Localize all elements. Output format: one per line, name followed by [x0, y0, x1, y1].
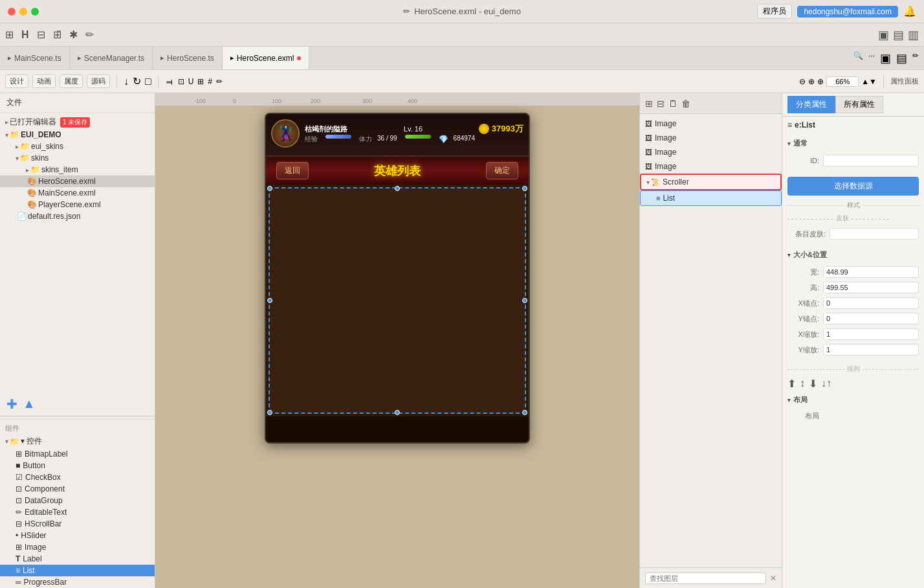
button-item[interactable]: ■ Button [0, 460, 155, 471]
move-icon[interactable]: ↓ [124, 76, 129, 87]
tab-all[interactable]: 所有属性 [835, 96, 883, 113]
zoom-chevron[interactable]: ▲▼ [861, 77, 877, 86]
xpivot-input[interactable] [823, 297, 919, 309]
handle-bl[interactable] [267, 410, 272, 415]
scene-scroller[interactable]: ▾ 📜 Scroller [640, 174, 782, 190]
upload-icon[interactable]: ▲ [23, 396, 36, 412]
heroscene-exml-item[interactable]: 🎨 HeroScene.exml [0, 175, 155, 187]
scene-image-2[interactable]: 🖼 Image [640, 131, 782, 145]
itemskin-input[interactable] [830, 228, 919, 240]
close-button[interactable] [8, 8, 16, 16]
back-button[interactable]: 返回 [276, 162, 309, 179]
xscale-input[interactable] [823, 328, 919, 340]
scene-image-4[interactable]: 🖼 Image [640, 159, 782, 174]
align-distribute-icon[interactable]: ↓↑ [821, 378, 831, 390]
align-right-icon[interactable]: U [188, 77, 194, 86]
component-item[interactable]: ⊡ Component [0, 483, 155, 495]
grid-layout-icon[interactable]: ⊞ [197, 77, 204, 86]
scene-image-1[interactable]: 🖼 Image [640, 117, 782, 131]
hscrollbar-item[interactable]: ⊟ HScrollBar [0, 518, 155, 530]
align-bottom-icon[interactable]: ⬇ [809, 378, 817, 390]
scene-list[interactable]: ≡ List [640, 190, 782, 206]
edit-icon[interactable]: ✏ [216, 77, 223, 86]
list-item-component[interactable]: ≡ List [0, 565, 155, 576]
maximize-button[interactable] [31, 8, 39, 16]
zoom-out-icon[interactable]: ⊖ [799, 77, 806, 86]
copy-icon[interactable]: ⊟ [37, 28, 45, 41]
rotate-icon[interactable]: ↻ [133, 75, 141, 87]
ypivot-input[interactable] [823, 313, 919, 324]
pen-icon[interactable]: ✏ [85, 28, 94, 41]
grid-icon[interactable]: ⊞̈ [53, 28, 61, 41]
star-icon[interactable]: ✱ [69, 28, 78, 41]
yscale-input[interactable] [823, 344, 919, 356]
general-section-header[interactable]: ▾ 通常 [782, 136, 924, 151]
align-top-icon[interactable]: ⬆ [787, 378, 796, 390]
handle-bm[interactable] [395, 410, 400, 415]
root-item[interactable]: ▾ 📁 EUI_DEMO [0, 129, 155, 141]
tab-mainscene[interactable]: ▸ MainScene.ts [0, 47, 70, 70]
id-input[interactable] [823, 155, 919, 166]
playerscene-exml-item[interactable]: 🎨 PlayerScene.exml [0, 199, 155, 210]
scene-delete-icon[interactable]: 🗑 [681, 98, 690, 109]
programmer-button[interactable]: 程序员 [757, 4, 792, 19]
default-res-item[interactable]: 📄 default.res.json [0, 210, 155, 222]
opened-editors-header[interactable]: ▸ 已打开编辑器 1 未保存 [0, 115, 155, 129]
editabletext-item[interactable]: ✏ EditableText [0, 506, 155, 518]
props-icon-2[interactable]: ▤ [896, 51, 907, 65]
email-button[interactable]: hedongshu@foxmail.com [797, 6, 898, 17]
search-icon[interactable]: 🔍 [853, 51, 863, 65]
scene-image-3[interactable]: 🖼 Image [640, 145, 782, 159]
tab-scenemanager[interactable]: ▸ SceneManager.ts [70, 47, 153, 70]
hash-icon[interactable]: # [208, 77, 212, 86]
scene-copy-icon[interactable]: ⊞ [645, 98, 653, 109]
select-data-button[interactable]: 选择数据源 [787, 177, 919, 196]
scene-dup-icon[interactable]: 🗒 [668, 98, 677, 109]
eui-skins-item[interactable]: ▸ 📁 eui_skins [0, 141, 155, 152]
height-input[interactable] [823, 282, 919, 293]
handle-tm[interactable] [395, 186, 400, 191]
progressbar-item[interactable]: ═ ProgressBar [0, 576, 155, 588]
hslider-item[interactable]: • HSlider [0, 530, 155, 541]
skins-item-item[interactable]: ▸ 📁 skins_item [0, 164, 155, 175]
code-icon[interactable]: ✏ [912, 51, 919, 65]
tab-classify[interactable]: 分类属性 [787, 96, 835, 113]
panel-icon-3[interactable]: ▥ [908, 28, 919, 42]
width-input[interactable] [823, 266, 919, 278]
zoom-input[interactable] [826, 76, 859, 87]
align-center-icon[interactable]: ⊡ [178, 77, 184, 86]
controls-header[interactable]: ▾ 📁 ▾ 控件 [0, 435, 155, 448]
handle-tl[interactable] [267, 186, 272, 191]
animate-btn[interactable]: 动画 [32, 74, 56, 88]
tab-heroscene-exml[interactable]: ▸ HeroScene.exml [223, 47, 309, 70]
minimize-button[interactable] [19, 8, 27, 16]
scene-paste-icon[interactable]: ⊟ [657, 98, 665, 109]
source-btn[interactable]: 源码 [87, 74, 110, 88]
panel-icon-2[interactable]: ▤ [893, 28, 904, 42]
more-icon[interactable]: ··· [868, 51, 875, 65]
zoom-fit-icon[interactable]: ⊕ [817, 77, 824, 86]
image-item[interactable]: ⊞ Image [0, 541, 155, 553]
box-icon[interactable]: □ [145, 76, 151, 87]
layout-icon[interactable]: ⊞ [5, 28, 14, 41]
bitmaplabel-item[interactable]: ⊞ BitmapLabel [0, 448, 155, 460]
design-btn[interactable]: 设计 [5, 74, 28, 88]
handle-tr[interactable] [522, 186, 527, 191]
confirm-button[interactable]: 确定 [486, 162, 518, 179]
align-left-icon[interactable]: ⫤ [165, 76, 174, 87]
add-icon[interactable]: ✚ [6, 396, 17, 412]
notification-icon[interactable]: 🔔 [903, 5, 916, 17]
zoom-in-icon[interactable]: ⊕ [808, 77, 815, 86]
handle-mr[interactable] [522, 298, 527, 303]
mainscene-exml-item[interactable]: 🎨 MainScene.exml [0, 187, 155, 199]
tab-heroscene-ts[interactable]: ▸ HeroScene.ts [153, 47, 223, 70]
align-vcenter-icon[interactable]: ↕ [800, 378, 805, 390]
search-clear-icon[interactable]: ✕ [770, 574, 776, 583]
handle-ml[interactable] [267, 298, 272, 303]
datagroup-item[interactable]: ⊡ DataGroup [0, 495, 155, 506]
handle-br[interactable] [522, 410, 527, 415]
props-panel-icon[interactable]: ▣ [880, 51, 891, 65]
checkbox-item[interactable]: ☑ CheckBox [0, 471, 155, 483]
panel-icon-1[interactable]: ▣ [878, 28, 889, 42]
save-icon[interactable]: H [21, 29, 29, 41]
